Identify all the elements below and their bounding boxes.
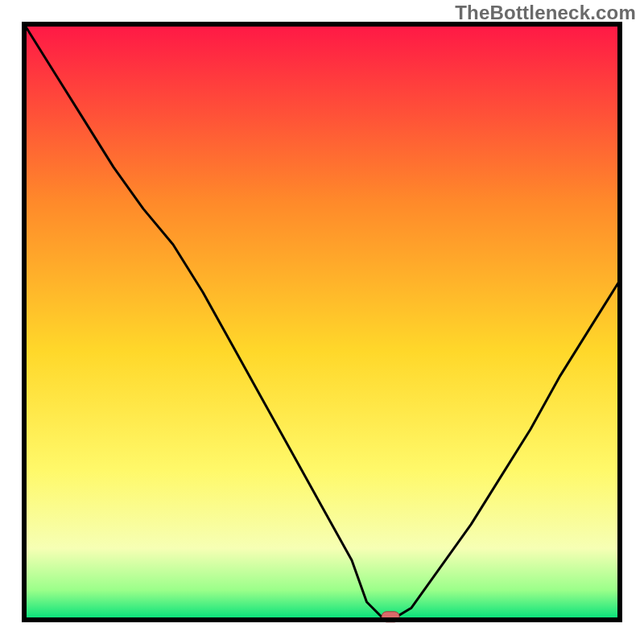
bottleneck-chart <box>0 0 644 644</box>
chart-frame: TheBottleneck.com <box>0 0 644 644</box>
plot-area <box>24 24 620 622</box>
gradient-background <box>24 24 620 620</box>
